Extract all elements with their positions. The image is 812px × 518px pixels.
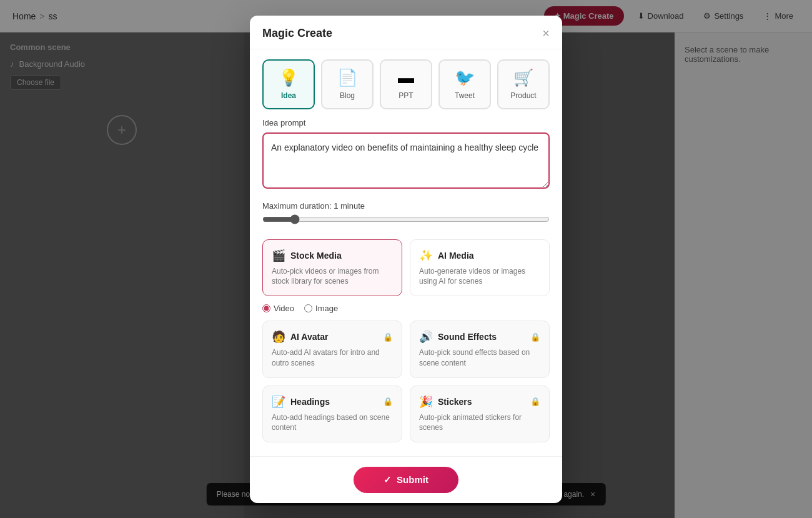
tab-blog[interactable]: 📄 Blog: [321, 59, 374, 109]
options-grid: 🎬 Stock Media Auto-pick videos or images…: [262, 239, 550, 443]
headings-title: Headings: [290, 397, 330, 407]
duration-label: Maximum duration: 1 minute: [262, 201, 365, 211]
media-type-radio-wrapper: Video Image: [262, 304, 550, 313]
duration-slider[interactable]: [262, 214, 550, 224]
ai-avatar-desc: Auto-add AI avatars for intro and outro …: [272, 347, 393, 369]
tab-idea[interactable]: 💡 Idea: [262, 59, 315, 109]
radio-image[interactable]: [304, 304, 312, 312]
lock-icon: 🔒: [383, 397, 393, 406]
prompt-label: Idea prompt: [262, 118, 550, 127]
duration-row: Maximum duration: 1 minute: [262, 201, 550, 211]
option-card-sound-effects: 🔊 Sound Effects 🔒 Auto-pick sound effect…: [410, 321, 550, 378]
stock-media-title: Stock Media: [290, 251, 342, 261]
stickers-icon: 🎉: [419, 395, 433, 409]
idea-icon: 💡: [279, 68, 299, 87]
radio-video[interactable]: [262, 304, 270, 312]
blog-icon: 📄: [337, 68, 357, 87]
lock-icon: 🔒: [383, 332, 393, 342]
product-icon: 🛒: [513, 68, 533, 87]
ai-media-desc: Auto-generate videos or images using AI …: [419, 266, 540, 287]
tab-tweet[interactable]: 🐦 Tweet: [438, 59, 491, 109]
option-card-ai-avatar: 🧑 AI Avatar 🔒 Auto-add AI avatars for in…: [262, 321, 402, 378]
submit-button[interactable]: ✓ Submit: [354, 467, 458, 493]
blog-label: Blog: [340, 91, 355, 100]
modal-overlay: Magic Create × 💡 Idea 📄 Blog ▬ PPT 🐦 Twe…: [0, 0, 812, 518]
headings-desc: Auto-add headings based on scene content: [272, 412, 393, 434]
modal-body: Idea prompt Maximum duration: 1 minute 🎬…: [250, 118, 562, 456]
tab-ppt[interactable]: ▬ PPT: [380, 59, 432, 109]
stickers-title: Stickers: [438, 397, 472, 407]
idea-label: Idea: [281, 91, 296, 100]
tab-product[interactable]: 🛒 Product: [497, 59, 550, 109]
lock-icon: 🔒: [530, 332, 540, 342]
option-card-stock-media[interactable]: 🎬 Stock Media Auto-pick videos or images…: [262, 239, 402, 297]
lock-icon: 🔒: [530, 397, 540, 406]
modal-close-button[interactable]: ×: [542, 27, 550, 39]
ai-media-title: AI Media: [438, 251, 474, 261]
headings-icon: 📝: [272, 395, 285, 409]
option-card-headings: 📝 Headings 🔒 Auto-add headings based on …: [262, 386, 402, 443]
modal-title: Magic Create: [262, 27, 332, 40]
stock-media-desc: Auto-pick videos or images from stock li…: [272, 266, 393, 287]
sound-effects-title: Sound Effects: [438, 332, 497, 342]
ai-media-icon: ✨: [419, 249, 433, 262]
stock-media-icon: 🎬: [272, 249, 285, 262]
magic-create-modal: Magic Create × 💡 Idea 📄 Blog ▬ PPT 🐦 Twe…: [250, 16, 562, 503]
ai-avatar-title: AI Avatar: [290, 332, 328, 342]
idea-prompt-textarea[interactable]: [262, 132, 550, 189]
radio-label-video[interactable]: Video: [262, 304, 294, 313]
submit-label: Submit: [397, 474, 428, 485]
tweet-label: Tweet: [455, 91, 475, 100]
submit-checkmark-icon: ✓: [384, 474, 392, 486]
ppt-label: PPT: [399, 91, 413, 100]
stickers-desc: Auto-pick animated stickers for scenes: [419, 412, 540, 434]
modal-header: Magic Create ×: [250, 16, 562, 49]
ppt-icon: ▬: [398, 68, 414, 87]
sound-effects-desc: Auto-pick sound effects based on scene c…: [419, 347, 540, 369]
option-card-ai-media[interactable]: ✨ AI Media Auto-generate videos or image…: [410, 239, 550, 297]
option-card-stickers: 🎉 Stickers 🔒 Auto-pick animated stickers…: [410, 386, 550, 443]
tweet-icon: 🐦: [455, 68, 475, 87]
product-label: Product: [510, 91, 536, 100]
ai-avatar-icon: 🧑: [272, 330, 285, 344]
modal-footer: ✓ Submit: [250, 456, 562, 503]
sound-effects-icon: 🔊: [419, 330, 433, 344]
modal-tab-row: 💡 Idea 📄 Blog ▬ PPT 🐦 Tweet 🛒 Product: [250, 49, 562, 118]
radio-label-image[interactable]: Image: [304, 304, 338, 313]
